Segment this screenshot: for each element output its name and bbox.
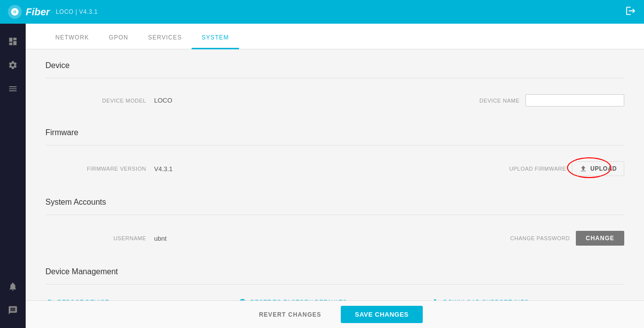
management-links: REBOOT DEVICE RESET TO FACTORY DEFAULTS … <box>45 294 624 300</box>
sidebar <box>0 24 26 328</box>
upload-circle-wrapper: UPLOAD <box>572 161 624 176</box>
sidebar-item-alerts[interactable] <box>3 277 23 296</box>
device-name-right: DEVICE NAME <box>480 94 624 107</box>
device-management-title: Device Management <box>45 267 624 276</box>
device-section: Device DEVICE MODEL LOCO DEVICE NAME <box>45 61 624 112</box>
version-label: LOCO | V4.3.1 <box>56 8 98 15</box>
firmware-version-row: FIRMWARE VERSION V4.3.1 UPLOAD FIRMWARE … <box>45 155 624 182</box>
upload-firmware-label: UPLOAD FIRMWARE <box>509 166 566 172</box>
logo: Fiber <box>8 5 50 19</box>
device-name-label: DEVICE NAME <box>480 98 520 104</box>
management-divider <box>45 284 624 285</box>
list-icon <box>8 84 18 94</box>
tab-system[interactable]: SYSTEM <box>192 27 239 49</box>
factory-reset-link[interactable]: RESET TO FACTORY DEFAULTS <box>239 294 432 300</box>
message-icon <box>8 305 18 315</box>
dashboard-icon <box>8 36 18 46</box>
tab-gpon[interactable]: GPON <box>99 27 138 49</box>
change-password-right: CHANGE PASSWORD CHANGE <box>510 231 624 246</box>
revert-changes-button[interactable]: REVERT CHANGES <box>247 306 333 323</box>
change-password-button[interactable]: CHANGE <box>576 231 624 246</box>
tab-services[interactable]: SERVICES <box>138 27 192 49</box>
device-management-section: Device Management REBOOT DEVICE RESET TO… <box>45 267 624 300</box>
accounts-divider <box>45 215 624 215</box>
ubnt-icon <box>8 5 22 19</box>
sidebar-item-messages[interactable] <box>3 300 23 320</box>
header-left: Fiber LOCO | V4.3.1 <box>8 5 98 19</box>
upload-icon <box>579 165 587 173</box>
support-info-link[interactable]: DOWNLOAD SUPPORT INFO <box>431 294 624 300</box>
device-name-input[interactable] <box>525 94 624 107</box>
reboot-device-link[interactable]: REBOOT DEVICE <box>45 294 239 300</box>
username-label: USERNAME <box>45 235 154 241</box>
sidebar-item-list[interactable] <box>3 79 23 99</box>
bell-icon <box>8 282 18 292</box>
sidebar-item-dashboard[interactable] <box>3 32 23 51</box>
header: Fiber LOCO | V4.3.1 <box>0 0 644 24</box>
firmware-divider <box>45 145 624 146</box>
device-section-title: Device <box>45 61 624 70</box>
tab-bar: NETWORK GPON SERVICES SYSTEM <box>26 24 644 49</box>
upload-firmware-right: UPLOAD FIRMWARE UPLOAD <box>509 161 624 176</box>
page-content: Device DEVICE MODEL LOCO DEVICE NAME Fir… <box>26 49 644 300</box>
gear-icon <box>8 60 18 70</box>
device-model-label: DEVICE MODEL <box>45 98 154 104</box>
firmware-section: Firmware FIRMWARE VERSION V4.3.1 UPLOAD … <box>45 128 624 182</box>
device-model-value: LOCO <box>154 97 172 104</box>
tab-network[interactable]: NETWORK <box>45 27 99 49</box>
upload-firmware-button[interactable]: UPLOAD <box>572 161 624 176</box>
logout-button[interactable] <box>625 5 636 18</box>
change-password-label: CHANGE PASSWORD <box>510 235 570 241</box>
app-name: Fiber <box>26 6 50 18</box>
sidebar-bottom <box>3 277 23 320</box>
device-model-row: DEVICE MODEL LOCO DEVICE NAME <box>45 88 624 112</box>
username-value: ubnt <box>154 235 166 242</box>
firmware-version-value: V4.3.1 <box>154 165 173 173</box>
main-layout: NETWORK GPON SERVICES SYSTEM Device DEVI… <box>0 24 644 328</box>
device-divider <box>45 78 624 78</box>
firmware-version-label: FIRMWARE VERSION <box>45 166 154 172</box>
username-row: USERNAME ubnt CHANGE PASSWORD CHANGE <box>45 225 624 252</box>
system-accounts-title: System Accounts <box>45 198 624 207</box>
upload-button-label: UPLOAD <box>590 165 617 172</box>
bottom-bar: REVERT CHANGES SAVE CHANGES <box>26 300 644 328</box>
firmware-section-title: Firmware <box>45 128 624 137</box>
ubnt-logo-svg <box>10 7 19 16</box>
sidebar-item-settings[interactable] <box>3 55 23 75</box>
logout-icon <box>625 5 636 16</box>
save-changes-button[interactable]: SAVE CHANGES <box>341 306 422 323</box>
system-accounts-section: System Accounts USERNAME ubnt CHANGE PAS… <box>45 198 624 252</box>
